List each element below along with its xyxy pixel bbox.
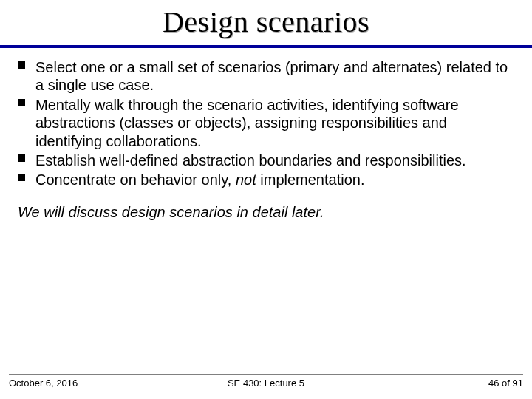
bullet-text: Establish well-defined abstraction bound… (35, 152, 466, 168)
footer: October 6, 2016 SE 430: Lecture 5 46 of … (0, 374, 532, 399)
bullet-text: implementation. (256, 171, 365, 188)
bullet-list: Select one or a small set of scenarios (… (18, 58, 514, 189)
list-item: Select one or a small set of scenarios (… (18, 58, 514, 95)
bullet-text: Concentrate on behavior only, (35, 171, 236, 188)
list-item: Concentrate on behavior only, not implem… (18, 171, 514, 188)
square-bullet-icon (18, 99, 25, 106)
closing-note: We will discuss design scenarios in deta… (0, 191, 532, 221)
square-bullet-icon (18, 174, 25, 181)
slide: Design scenarios Select one or a small s… (0, 0, 532, 399)
footer-rule (9, 374, 523, 375)
square-bullet-icon (18, 154, 25, 162)
square-bullet-icon (18, 61, 25, 69)
footer-row: October 6, 2016 SE 430: Lecture 5 46 of … (0, 378, 532, 393)
bullet-text: Mentally walk through the scenario activ… (35, 97, 459, 149)
bullet-text: Select one or a small set of scenarios (… (35, 59, 508, 93)
content-area: Select one or a small set of scenarios (… (0, 48, 532, 189)
footer-course: SE 430: Lecture 5 (180, 378, 352, 389)
footer-page: 46 of 91 (352, 378, 523, 389)
slide-title: Design scenarios (0, 0, 532, 45)
list-item: Establish well-defined abstraction bound… (18, 151, 514, 169)
list-item: Mentally walk through the scenario activ… (18, 96, 514, 150)
bullet-text-emph: not (236, 171, 256, 188)
footer-date: October 6, 2016 (9, 378, 180, 389)
